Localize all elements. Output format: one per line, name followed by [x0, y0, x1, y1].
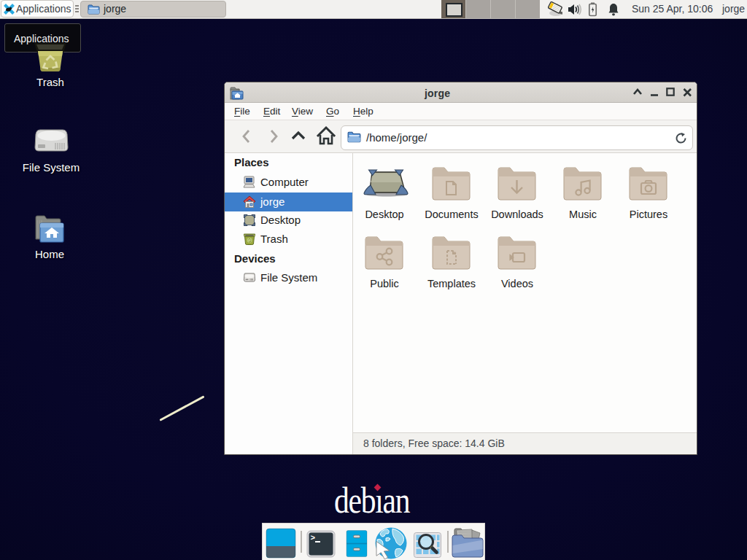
- svg-text:>: >: [311, 534, 316, 542]
